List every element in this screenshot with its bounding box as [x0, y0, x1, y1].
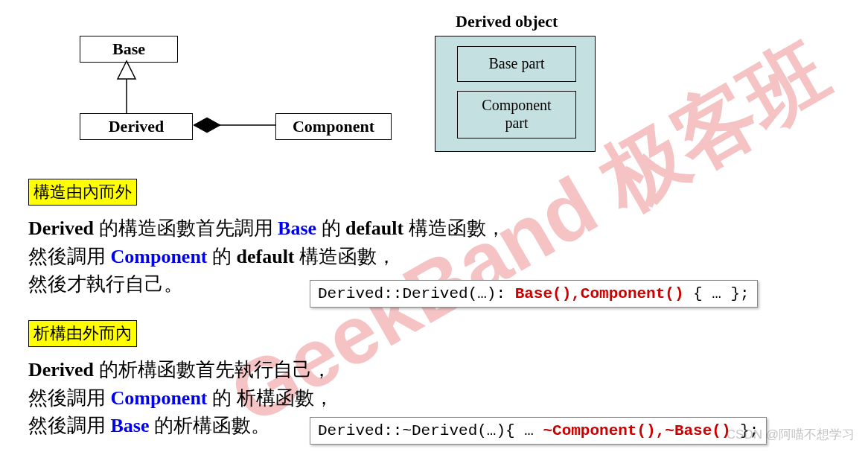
s1-l1-base: Base: [278, 217, 316, 239]
s1-l1-d: 構造函數，: [409, 217, 505, 239]
s1-l2-b: 的: [208, 246, 237, 267]
component-part-l2: part: [505, 115, 528, 131]
base-part-box: Base part: [457, 46, 576, 82]
derived-object-title: Derived object: [456, 12, 558, 31]
s1-l2-default: default: [237, 246, 300, 267]
code2-pre: Derived::~Derived(…){ …: [318, 422, 543, 439]
s1-l1-c: 的: [316, 217, 345, 239]
component-part-l1: Component: [482, 97, 551, 113]
code2-red: ~Component(),~Base(): [543, 422, 730, 439]
s2-l2-b: 的 析構函數，: [208, 387, 334, 409]
s1-l1-default: default: [345, 217, 409, 239]
section1-heading: 構造由內而外: [28, 179, 137, 206]
code1-post: { … };: [684, 285, 750, 302]
svg-marker-1: [118, 61, 135, 79]
code1-red: Base(),Component(): [515, 285, 684, 302]
s2-l1-b: 的析構函數首先執行自己，: [99, 359, 331, 381]
component-part-box: Component part: [457, 91, 576, 139]
code1-pre: Derived::Derived(…):: [318, 285, 515, 302]
s1-l1-derived: Derived: [28, 217, 99, 239]
s2-l3-b: 的析構函數。: [150, 415, 271, 436]
s2-l1-derived: Derived: [28, 359, 99, 381]
svg-marker-3: [194, 118, 220, 133]
s2-l2-comp: Component: [111, 387, 208, 409]
s1-l2-comp: Component: [111, 246, 208, 267]
s2-l2-a: 然後調用: [28, 387, 111, 409]
code-constructor: Derived::Derived(…): Base(),Component() …: [310, 280, 758, 308]
s1-l2-c: 構造函數，: [299, 246, 396, 267]
s1-l3: 然後才執行自己。: [28, 273, 183, 295]
s2-l3-base: Base: [111, 415, 150, 436]
s2-l3-a: 然後調用: [28, 415, 111, 436]
s1-l2-a: 然後調用: [28, 246, 111, 267]
section2-para: Derived 的析構函數首先執行自己， 然後調用 Component 的 析構…: [28, 356, 334, 440]
code-destructor: Derived::~Derived(…){ … ~Component(),~Ba…: [310, 417, 767, 445]
s1-l1-b: 的構造函數首先調用: [99, 217, 278, 239]
watermark-csdn: CSDN @阿喵不想学习: [727, 426, 855, 443]
section2-heading: 析構由外而內: [28, 320, 137, 347]
uml-connectors: [0, 0, 447, 164]
